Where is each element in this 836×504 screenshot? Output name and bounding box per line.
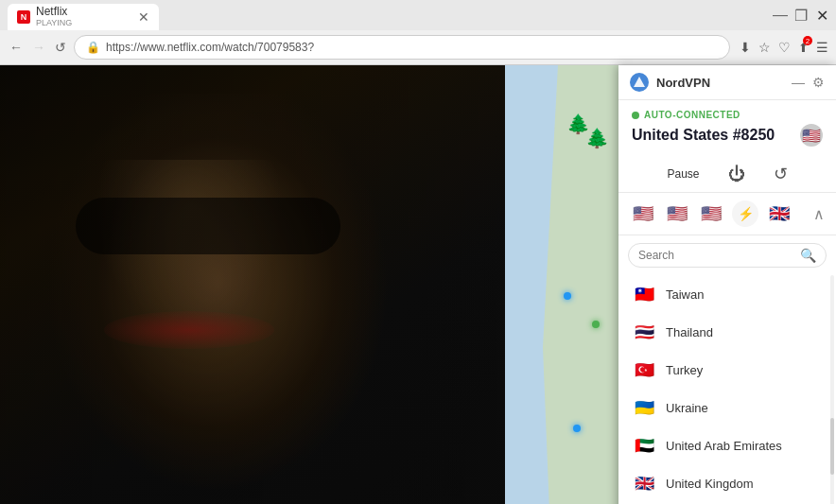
heart-icon[interactable]: ♡ (778, 40, 791, 55)
tree-icon-2: 🌲 (585, 127, 609, 149)
forward-button[interactable]: → (30, 38, 47, 57)
country-name-uk: United Kingdom (666, 477, 754, 491)
map-dot-blue (564, 292, 571, 300)
search-bar: 🔍 (628, 243, 827, 268)
close-button[interactable]: ✕ (815, 9, 828, 22)
quick-connect-row: 🇺🇸 🇺🇸 🇺🇸 ⚡ 🇬🇧 ∧ (618, 193, 836, 235)
title-bar: N Netflix PLAYING ✕ — ❐ ✕ (0, 0, 836, 30)
quick-specialty[interactable]: ⚡ (732, 200, 758, 227)
quick-flag-us-1[interactable]: 🇺🇸 (630, 200, 656, 227)
settings-panel-icon[interactable]: ⚙ (812, 75, 825, 90)
map-area: 🌲 🌲 (505, 65, 618, 504)
country-item-turkey[interactable]: 🇹🇷 Turkey (622, 351, 832, 389)
country-item-uk[interactable]: 🇬🇧 United Kingdom (622, 464, 832, 502)
country-name-ukraine: Ukraine (666, 401, 708, 415)
flag-turkey: 🇹🇷 (632, 357, 656, 382)
country-item-thailand[interactable]: 🇹🇭 Thailand (622, 313, 832, 351)
refresh-button[interactable]: ↺ (53, 38, 68, 57)
map-dot-green (592, 321, 600, 328)
nordvpn-panel: NordVPN — ⚙ AUTO-CONNECTED United States… (618, 65, 836, 504)
toolbar-icons: ⬇ ☆ ♡ ⬆ 2 ☰ (740, 40, 828, 55)
download-icon[interactable]: ⬇ (740, 40, 751, 55)
connection-status: AUTO-CONNECTED United States #8250 🇺🇸 (618, 100, 836, 156)
quick-flag-uk[interactable]: 🇬🇧 (766, 200, 792, 227)
maximize-button[interactable]: ❐ (794, 9, 808, 22)
country-name-turkey: Turkey (666, 363, 703, 377)
flag-taiwan: 🇹🇼 (632, 282, 656, 306)
tab-favicon: N (17, 10, 30, 24)
tab-title: Netflix (36, 6, 72, 18)
map-dot-blue-2 (573, 425, 581, 432)
tab-subtitle: PLAYING (36, 19, 72, 28)
flag-ukraine: 🇺🇦 (632, 395, 656, 420)
address-input[interactable]: 🔒 https://www.netflix.com/watch/70079583… (74, 35, 730, 60)
url-text: https://www.netflix.com/watch/70079583? (106, 41, 314, 54)
address-bar: ← → ↺ 🔒 https://www.netflix.com/watch/70… (0, 30, 836, 64)
country-item-ukraine[interactable]: 🇺🇦 Ukraine (622, 389, 832, 426)
refresh-button[interactable]: ↺ (774, 164, 788, 184)
country-name-taiwan: Taiwan (666, 287, 704, 302)
minimize-panel-icon[interactable]: — (792, 75, 805, 90)
window-controls: — ❐ ✕ (774, 9, 828, 22)
minimize-button[interactable]: — (774, 9, 787, 22)
country-name-thailand: Thailand (666, 325, 713, 339)
nordvpn-title: NordVPN (656, 76, 710, 90)
scrollbar-thumb[interactable] (830, 418, 834, 475)
country-item-taiwan[interactable]: 🇹🇼 Taiwan (622, 275, 832, 313)
auto-connected-badge: AUTO-CONNECTED (632, 110, 823, 120)
share-icon[interactable]: ⬆ 2 (798, 40, 809, 55)
menu-icon[interactable]: ☰ (816, 40, 828, 55)
flag-uae: 🇦🇪 (632, 433, 656, 458)
flag-thailand: 🇹🇭 (632, 320, 656, 344)
quick-flag-us-3[interactable]: 🇺🇸 (698, 200, 724, 227)
panel-header: NordVPN — ⚙ (618, 65, 836, 100)
flag-uk: 🇬🇧 (632, 471, 656, 495)
panel-header-icons: — ⚙ (792, 75, 825, 90)
pause-button[interactable]: Pause (667, 167, 699, 181)
controls-row: Pause ⏻ ↺ (618, 156, 836, 193)
country-name-uae: United Arab Emirates (666, 439, 782, 453)
server-flag: 🇺🇸 (800, 124, 823, 147)
search-icon: 🔍 (800, 248, 816, 263)
browser-chrome: N Netflix PLAYING ✕ — ❐ ✕ ← → ↺ 🔒 https:… (0, 0, 836, 65)
server-name: United States #8250 (632, 127, 775, 144)
power-button[interactable]: ⏻ (728, 165, 745, 184)
back-button[interactable]: ← (8, 38, 25, 57)
scrollbar-track (830, 275, 834, 504)
search-input[interactable] (638, 249, 794, 262)
country-item-uae[interactable]: 🇦🇪 United Arab Emirates (622, 426, 832, 464)
browser-tab[interactable]: N Netflix PLAYING ✕ (8, 4, 159, 30)
quick-flag-us-2[interactable]: 🇺🇸 (664, 200, 690, 227)
chevron-up-icon[interactable]: ∧ (813, 205, 825, 223)
tab-close-button[interactable]: ✕ (138, 9, 149, 25)
star-icon[interactable]: ☆ (758, 40, 771, 55)
country-list: 🇹🇼 Taiwan 🇹🇭 Thailand 🇹🇷 Turkey 🇺🇦 Ukrai… (618, 275, 836, 504)
nordvpn-logo (630, 73, 649, 92)
green-dot (632, 112, 639, 119)
server-name-row: United States #8250 🇺🇸 (632, 124, 823, 147)
main-content: 🌐 🛡 💬 (0, 65, 836, 504)
